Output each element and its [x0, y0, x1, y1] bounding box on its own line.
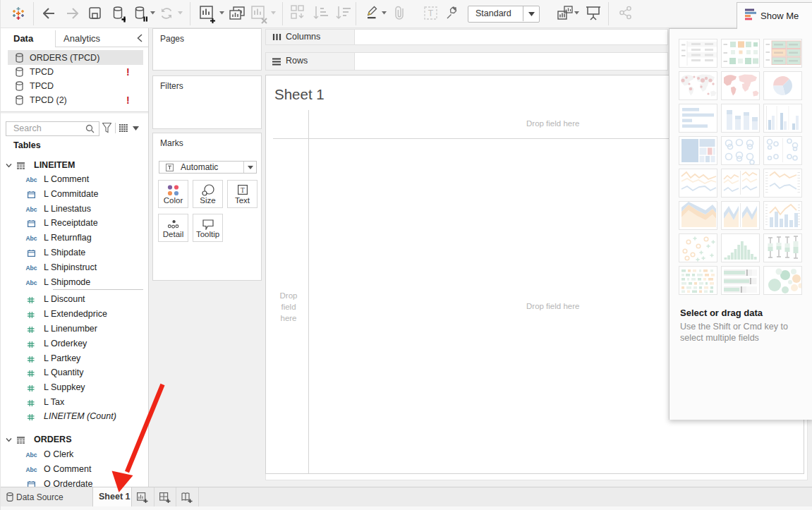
svg-text:T: T	[241, 187, 245, 194]
svg-text:T: T	[428, 8, 434, 18]
